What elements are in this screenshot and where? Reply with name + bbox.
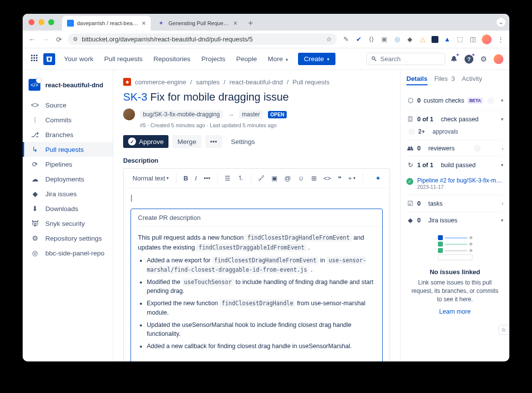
numbered-list-button[interactable]: ⒈ xyxy=(235,173,246,183)
bitbucket-logo-icon[interactable] xyxy=(43,53,55,65)
minimize-window-icon[interactable] xyxy=(38,19,44,25)
app-switcher-icon[interactable] xyxy=(29,52,40,66)
pr-actions: ✓Approve Merge ••• Settings xyxy=(123,135,390,148)
sidebar-item-commits[interactable]: ⵂCommits xyxy=(23,112,113,127)
notifications-icon[interactable]: 🔔︎ xyxy=(448,53,460,65)
build-row[interactable]: ↻ 1 of 1 build passed ▾ xyxy=(406,156,503,173)
search-input[interactable]: 🔍︎ Search xyxy=(366,53,445,65)
new-tab-button[interactable]: + xyxy=(245,19,256,28)
create-button[interactable]: Create▾ xyxy=(298,53,335,65)
mention-button[interactable]: @ xyxy=(282,174,293,183)
insert-menu-button[interactable]: + ▾ xyxy=(346,174,358,183)
settings-button[interactable]: Settings xyxy=(226,135,260,148)
italic-button[interactable]: I xyxy=(193,174,199,183)
issue-key-link[interactable]: SK-3 xyxy=(123,91,147,103)
browser-tab-inactive[interactable]: ✦ Generating Pull Request Des × xyxy=(154,16,242,31)
extension-icon[interactable]: ⟨⟩ xyxy=(367,36,375,43)
extension-icon[interactable]: ◎ xyxy=(393,36,401,43)
bookmark-star-icon[interactable]: ☆ xyxy=(326,36,332,43)
browser-tab-active[interactable]: daveparrish / react-beautiful × xyxy=(62,16,151,31)
tasks-row[interactable]: ☑ 0 tasks › xyxy=(406,195,503,212)
more-actions-button[interactable]: ••• xyxy=(205,135,222,148)
sidebar-item-repo-settings[interactable]: ⚙Repository settings xyxy=(23,231,113,246)
sidebar-item-deployments[interactable]: ☁Deployments xyxy=(23,172,113,186)
back-button[interactable]: ← xyxy=(28,35,36,44)
nav-pull-requests[interactable]: Pull requests xyxy=(100,53,147,65)
tab-activity[interactable]: Activity xyxy=(462,75,482,85)
extensions-button[interactable]: ⬚ xyxy=(456,36,464,43)
extension-icon[interactable] xyxy=(432,36,438,43)
tab-close-icon[interactable]: × xyxy=(233,20,237,27)
tab-files[interactable]: Files 3 xyxy=(434,75,455,85)
extension-icon[interactable]: ▣ xyxy=(380,36,388,43)
search-icon: 🔍︎ xyxy=(371,55,377,63)
settings-icon[interactable]: ⚙ xyxy=(478,53,489,66)
breadcrumb-link[interactable]: react-beautiful-dnd xyxy=(230,78,283,86)
sidebar-item-pipelines[interactable]: ⟳Pipelines xyxy=(23,157,113,172)
source-branch[interactable]: bug/SK-3-fix-mobile-dragging xyxy=(140,110,223,119)
sidebar-item-bbc-panel[interactable]: ◎bbc-side-panel-repo xyxy=(23,246,113,260)
extension-icon[interactable]: ◆ xyxy=(406,36,414,43)
bold-button[interactable]: B xyxy=(181,174,190,183)
merge-button[interactable]: Merge xyxy=(172,135,201,148)
extension-icon[interactable]: ✔ xyxy=(355,36,363,43)
sidebar-item-snyk[interactable]: 👿︎Snyk security xyxy=(23,216,113,231)
emoji-button[interactable]: ☺ xyxy=(296,174,306,183)
tab-details[interactable]: Details xyxy=(406,75,428,85)
editor-body[interactable]: | Create PR description This pull reques… xyxy=(124,188,390,361)
svg-rect-3 xyxy=(31,57,33,59)
dest-branch[interactable]: master xyxy=(239,110,263,119)
breadcrumb-link[interactable]: samples xyxy=(196,78,220,86)
sidebar-item-branches[interactable]: ⎇Branches xyxy=(23,127,113,142)
user-avatar-icon[interactable] xyxy=(494,54,503,64)
checks-passed-row[interactable]: ☲ 0 of 1 check passed ▾ xyxy=(406,110,503,127)
help-icon[interactable]: ? xyxy=(463,53,475,66)
svg-rect-5 xyxy=(36,57,37,59)
reviewers-row[interactable]: 👥︎ 0 reviewers › xyxy=(406,140,503,156)
text-style-dropdown[interactable]: Normal text ▾ xyxy=(131,174,171,183)
jira-issues-row[interactable]: ◆ 0 Jira issues ▾ xyxy=(406,212,503,228)
star-button[interactable]: ☆ xyxy=(499,325,508,335)
nav-repositories[interactable]: Repositories xyxy=(150,53,195,65)
sidebar-item-jira[interactable]: ◆Jira issues xyxy=(23,186,113,201)
breadcrumb-link[interactable]: commerce-engine xyxy=(135,78,186,86)
quote-button[interactable]: ❝ xyxy=(336,174,343,183)
table-button[interactable]: ⊞ xyxy=(309,174,319,183)
more-formatting-button[interactable]: ••• xyxy=(201,174,212,183)
repo-header[interactable]: </> react-beautiful-dnd xyxy=(23,76,113,98)
bullet-list-button[interactable]: ☰ xyxy=(223,174,233,183)
sidebar-item-downloads[interactable]: ⬇Downloads xyxy=(23,201,113,216)
site-settings-icon[interactable]: ⚙ xyxy=(73,36,78,42)
code-button[interactable]: <> xyxy=(322,174,333,183)
profile-avatar-icon[interactable] xyxy=(482,35,492,44)
approve-button[interactable]: ✓Approve xyxy=(123,135,168,148)
extension-icon[interactable]: ✎ xyxy=(342,36,350,43)
extension-icon[interactable]: △ xyxy=(419,36,427,43)
url-input[interactable]: ⚙ bitbucket.org/daveparrish/react-beauti… xyxy=(68,34,337,45)
extension-icon[interactable]: ▲ xyxy=(443,36,451,43)
side-panel-icon[interactable]: ◫ xyxy=(469,36,477,43)
placeholder-avatar-icon xyxy=(408,128,415,135)
tab-close-icon[interactable]: × xyxy=(142,20,146,27)
custom-checks-row[interactable]: ⬡ 0 custom checks BETA ▾ xyxy=(406,92,503,108)
sidebar-item-source[interactable]: <>Source xyxy=(23,98,113,112)
ai-assist-button[interactable]: ✦ xyxy=(373,174,383,183)
maximize-window-icon[interactable] xyxy=(48,19,54,25)
nav-people[interactable]: People xyxy=(232,53,261,65)
nav-more[interactable]: More ▾ xyxy=(264,53,292,65)
snyk-icon: 👿︎ xyxy=(31,219,39,227)
image-button[interactable]: ▣ xyxy=(269,174,279,183)
browser-menu-icon[interactable]: ⋮ xyxy=(497,36,504,43)
pipeline-link[interactable]: ✓ Pipeline #2 for bug/SK-3-fix-mobil... … xyxy=(406,173,503,192)
nav-your-work[interactable]: Your work xyxy=(60,53,98,65)
link-button[interactable]: 🔗︎ xyxy=(256,174,266,183)
forward-button[interactable]: → xyxy=(41,35,50,44)
tab-overflow-button[interactable]: ⌄ xyxy=(497,18,505,27)
placeholder-avatar-icon xyxy=(474,145,481,152)
sidebar-item-pull-requests[interactable]: ↳Pull requests xyxy=(23,142,113,157)
author-avatar-icon[interactable] xyxy=(123,108,135,120)
nav-projects[interactable]: Projects xyxy=(198,53,230,65)
close-window-icon[interactable] xyxy=(29,19,34,25)
learn-more-link[interactable]: Learn more xyxy=(406,308,503,315)
reload-button[interactable]: ⟳ xyxy=(55,35,63,44)
